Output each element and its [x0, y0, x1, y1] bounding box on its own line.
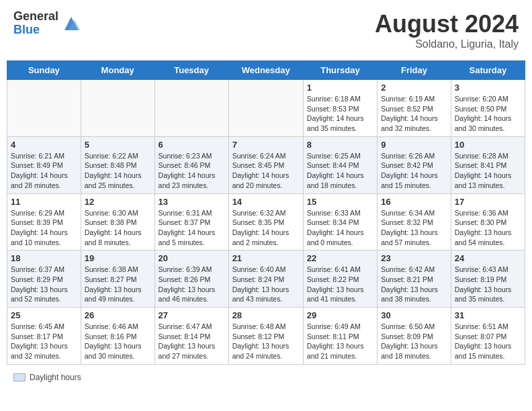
title-block: August 2024 Soldano, Liguria, Italy — [375, 10, 519, 50]
calendar-header-row: SundayMondayTuesdayWednesdayThursdayFrid… — [7, 61, 525, 80]
day-info-text: Sunrise: 6:26 AM Sunset: 8:42 PM Dayligh… — [381, 151, 447, 191]
calendar-day-cell: 26Sunrise: 6:46 AM Sunset: 8:16 PM Dayli… — [81, 308, 154, 365]
day-info-text: Sunrise: 6:39 AM Sunset: 8:26 PM Dayligh… — [159, 265, 225, 304]
day-number: 6 — [159, 140, 225, 150]
calendar-day-cell — [228, 80, 303, 137]
logo-general-text: General — [13, 10, 58, 24]
calendar-day-cell: 21Sunrise: 6:40 AM Sunset: 8:24 PM Dayli… — [228, 250, 303, 308]
day-info-text: Sunrise: 6:45 AM Sunset: 8:17 PM Dayligh… — [11, 322, 77, 361]
calendar-day-cell: 13Sunrise: 6:31 AM Sunset: 8:37 PM Dayli… — [154, 193, 228, 250]
calendar-day-cell: 30Sunrise: 6:50 AM Sunset: 8:09 PM Dayli… — [378, 308, 451, 365]
calendar-week-row: 4Sunrise: 6:21 AM Sunset: 8:49 PM Daylig… — [7, 136, 525, 193]
day-number: 13 — [159, 197, 225, 207]
calendar-day-cell: 2Sunrise: 6:19 AM Sunset: 8:52 PM Daylig… — [378, 80, 451, 137]
calendar-day-cell: 4Sunrise: 6:21 AM Sunset: 8:49 PM Daylig… — [7, 136, 81, 193]
calendar-table: SundayMondayTuesdayWednesdayThursdayFrid… — [7, 60, 525, 365]
day-number: 21 — [232, 253, 300, 263]
day-number: 19 — [85, 253, 151, 263]
calendar-day-cell: 12Sunrise: 6:30 AM Sunset: 8:38 PM Dayli… — [81, 193, 154, 250]
calendar-day-cell: 17Sunrise: 6:36 AM Sunset: 8:30 PM Dayli… — [451, 193, 525, 250]
calendar-day-cell: 10Sunrise: 6:28 AM Sunset: 8:41 PM Dayli… — [451, 136, 525, 193]
day-info-text: Sunrise: 6:32 AM Sunset: 8:35 PM Dayligh… — [232, 208, 300, 248]
day-info-text: Sunrise: 6:49 AM Sunset: 8:11 PM Dayligh… — [307, 322, 373, 361]
calendar-day-cell: 19Sunrise: 6:38 AM Sunset: 8:27 PM Dayli… — [81, 250, 154, 308]
day-info-text: Sunrise: 6:25 AM Sunset: 8:44 PM Dayligh… — [307, 151, 373, 191]
day-info-text: Sunrise: 6:28 AM Sunset: 8:41 PM Dayligh… — [455, 151, 521, 191]
day-info-text: Sunrise: 6:46 AM Sunset: 8:16 PM Dayligh… — [85, 322, 151, 361]
calendar-day-cell: 8Sunrise: 6:25 AM Sunset: 8:44 PM Daylig… — [303, 136, 377, 193]
day-number: 17 — [455, 197, 521, 207]
day-info-text: Sunrise: 6:29 AM Sunset: 8:39 PM Dayligh… — [11, 208, 77, 248]
calendar-week-row: 25Sunrise: 6:45 AM Sunset: 8:17 PM Dayli… — [7, 308, 525, 365]
day-info-text: Sunrise: 6:42 AM Sunset: 8:21 PM Dayligh… — [381, 265, 447, 304]
calendar-day-cell: 5Sunrise: 6:22 AM Sunset: 8:48 PM Daylig… — [81, 136, 154, 193]
day-info-text: Sunrise: 6:51 AM Sunset: 8:07 PM Dayligh… — [455, 322, 521, 361]
day-number: 29 — [307, 310, 373, 320]
calendar-day-header: Wednesday — [228, 61, 303, 80]
day-number: 18 — [11, 253, 77, 263]
day-number: 5 — [85, 140, 151, 150]
day-info-text: Sunrise: 6:18 AM Sunset: 8:53 PM Dayligh… — [307, 94, 373, 134]
day-number: 10 — [455, 140, 521, 150]
calendar-day-cell: 1Sunrise: 6:18 AM Sunset: 8:53 PM Daylig… — [303, 80, 377, 137]
calendar-day-cell: 18Sunrise: 6:37 AM Sunset: 8:29 PM Dayli… — [7, 250, 81, 308]
calendar-day-cell: 15Sunrise: 6:33 AM Sunset: 8:34 PM Dayli… — [303, 193, 377, 250]
day-number: 27 — [159, 310, 225, 320]
calendar-day-header: Tuesday — [154, 61, 228, 80]
day-number: 30 — [381, 310, 447, 320]
calendar-day-cell: 22Sunrise: 6:41 AM Sunset: 8:22 PM Dayli… — [303, 250, 377, 308]
day-info-text: Sunrise: 6:23 AM Sunset: 8:46 PM Dayligh… — [159, 151, 225, 191]
day-number: 15 — [307, 197, 373, 207]
day-number: 3 — [455, 83, 521, 93]
day-info-text: Sunrise: 6:50 AM Sunset: 8:09 PM Dayligh… — [381, 322, 447, 361]
day-number: 31 — [455, 310, 521, 320]
day-number: 24 — [455, 253, 521, 263]
day-info-text: Sunrise: 6:37 AM Sunset: 8:29 PM Dayligh… — [11, 265, 77, 304]
calendar-day-cell: 24Sunrise: 6:43 AM Sunset: 8:19 PM Dayli… — [451, 250, 525, 308]
day-info-text: Sunrise: 6:21 AM Sunset: 8:49 PM Dayligh… — [11, 151, 77, 191]
day-number: 12 — [85, 197, 151, 207]
calendar-day-cell: 25Sunrise: 6:45 AM Sunset: 8:17 PM Dayli… — [7, 308, 81, 365]
calendar-day-cell: 27Sunrise: 6:47 AM Sunset: 8:14 PM Dayli… — [154, 308, 228, 365]
day-number: 20 — [159, 253, 225, 263]
day-number: 28 — [232, 310, 300, 320]
day-number: 26 — [85, 310, 151, 320]
day-info-text: Sunrise: 6:22 AM Sunset: 8:48 PM Dayligh… — [85, 151, 151, 191]
day-number: 8 — [307, 140, 373, 150]
logo-icon — [61, 13, 81, 34]
calendar-day-cell: 16Sunrise: 6:34 AM Sunset: 8:32 PM Dayli… — [378, 193, 451, 250]
calendar-day-cell — [7, 80, 81, 137]
calendar-day-cell: 31Sunrise: 6:51 AM Sunset: 8:07 PM Dayli… — [451, 308, 525, 365]
day-info-text: Sunrise: 6:43 AM Sunset: 8:19 PM Dayligh… — [455, 265, 521, 304]
day-number: 23 — [381, 253, 447, 263]
day-number: 11 — [11, 197, 77, 207]
calendar-day-cell: 3Sunrise: 6:20 AM Sunset: 8:50 PM Daylig… — [451, 80, 525, 137]
page-header: General Blue August 2024 Soldano, Liguri… — [7, 7, 525, 54]
day-number: 22 — [307, 253, 373, 263]
day-info-text: Sunrise: 6:30 AM Sunset: 8:38 PM Dayligh… — [85, 208, 151, 248]
day-info-text: Sunrise: 6:47 AM Sunset: 8:14 PM Dayligh… — [159, 322, 225, 361]
day-info-text: Sunrise: 6:48 AM Sunset: 8:12 PM Dayligh… — [232, 322, 300, 361]
calendar-week-row: 11Sunrise: 6:29 AM Sunset: 8:39 PM Dayli… — [7, 193, 525, 250]
location-subtitle: Soldano, Liguria, Italy — [375, 38, 519, 50]
day-info-text: Sunrise: 6:36 AM Sunset: 8:30 PM Dayligh… — [455, 208, 521, 248]
calendar-day-header: Saturday — [451, 61, 525, 80]
day-number: 2 — [381, 83, 447, 93]
calendar-day-header: Monday — [81, 61, 154, 80]
calendar-day-header: Friday — [378, 61, 451, 80]
day-info-text: Sunrise: 6:19 AM Sunset: 8:52 PM Dayligh… — [381, 94, 447, 134]
day-number: 14 — [232, 197, 300, 207]
calendar-day-cell: 23Sunrise: 6:42 AM Sunset: 8:21 PM Dayli… — [378, 250, 451, 308]
month-year-title: August 2024 — [375, 10, 519, 38]
calendar-day-header: Thursday — [303, 61, 377, 80]
logo: General Blue — [13, 10, 81, 37]
day-number: 4 — [11, 140, 77, 150]
calendar-day-cell: 9Sunrise: 6:26 AM Sunset: 8:42 PM Daylig… — [378, 136, 451, 193]
day-info-text: Sunrise: 6:33 AM Sunset: 8:34 PM Dayligh… — [307, 208, 373, 248]
day-number: 1 — [307, 83, 373, 93]
day-number: 7 — [232, 140, 300, 150]
day-info-text: Sunrise: 6:40 AM Sunset: 8:24 PM Dayligh… — [232, 265, 300, 304]
calendar-day-cell: 14Sunrise: 6:32 AM Sunset: 8:35 PM Dayli… — [228, 193, 303, 250]
calendar-footer: Daylight hours — [7, 370, 525, 385]
calendar-week-row: 1Sunrise: 6:18 AM Sunset: 8:53 PM Daylig… — [7, 80, 525, 137]
